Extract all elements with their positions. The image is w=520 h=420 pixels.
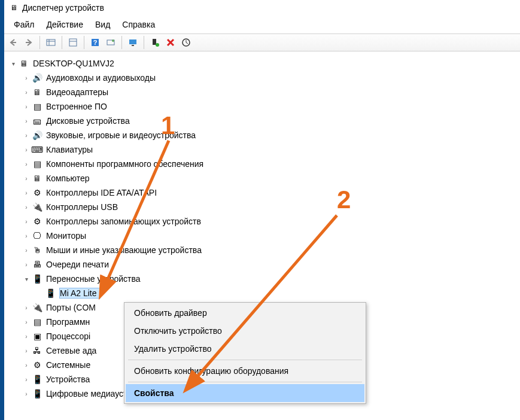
device-category-icon: 🔊 <box>32 130 42 141</box>
toolbar-back-button[interactable] <box>7 36 20 49</box>
tree-node-label: Дисковые устройства <box>46 116 133 126</box>
context-properties[interactable]: Свойства <box>126 384 364 402</box>
chevron-right-icon[interactable]: › <box>22 74 31 82</box>
portable-device-icon: 📱 <box>45 288 56 299</box>
chevron-right-icon[interactable]: › <box>22 361 31 369</box>
toolbar-scan-button[interactable] <box>104 36 117 49</box>
device-category-icon: ⚙ <box>32 360 42 370</box>
chevron-right-icon[interactable]: › <box>22 217 31 226</box>
device-category-icon: 🔊 <box>32 72 42 83</box>
device-category-icon: ⌨ <box>32 144 42 155</box>
device-category-icon: 📱 <box>32 273 42 284</box>
chevron-right-icon[interactable]: › <box>22 145 31 154</box>
annotation-number-1: 1 <box>161 111 175 140</box>
chevron-right-icon[interactable]: › <box>22 232 31 240</box>
svg-point-8 <box>112 39 114 42</box>
tree-node[interactable]: ›🔊Звуковые, игровые и видеоустройства <box>22 128 518 142</box>
svg-rect-0 <box>47 39 55 45</box>
context-menu: Обновить драйвер Отключить устройство Уд… <box>124 302 366 404</box>
chevron-right-icon[interactable]: › <box>22 318 31 326</box>
context-update-driver[interactable]: Обновить драйвер <box>126 304 364 322</box>
help-icon: ? <box>90 38 100 47</box>
toolbar-properties-button[interactable] <box>66 36 80 49</box>
annotation-number-2: 2 <box>337 185 351 214</box>
tree-node[interactable]: ›🖱Мыши и иные указывающие устройства <box>22 243 518 257</box>
toolbar-separator <box>84 36 84 49</box>
toolbar-forward-button[interactable] <box>22 36 35 49</box>
toolbar-uninstall-button[interactable] <box>164 36 177 49</box>
tree-node[interactable]: ›🖴Дисковые устройства <box>22 114 518 128</box>
toolbar-help-button[interactable]: ? <box>89 36 102 49</box>
toolbar-enable-button[interactable] <box>148 36 162 49</box>
context-separator <box>128 360 362 360</box>
context-uninstall-device[interactable]: Удалить устройство <box>126 340 364 358</box>
tree-node-label: Видеоадаптеры <box>46 87 112 97</box>
tree-node[interactable]: ›⌨Клавиатуры <box>22 142 518 157</box>
chevron-down-icon[interactable]: ▾ <box>22 275 31 283</box>
toolbar-separator <box>121 36 122 49</box>
arrow-left-icon <box>9 38 17 47</box>
svg-rect-3 <box>69 39 77 46</box>
chevron-right-icon[interactable]: › <box>22 88 31 96</box>
scan-hardware-icon <box>181 38 191 47</box>
context-scan-hardware[interactable]: Обновить конфигурацию оборудования <box>126 362 364 380</box>
chevron-right-icon[interactable]: › <box>22 131 31 139</box>
chevron-right-icon[interactable]: › <box>22 102 31 111</box>
toolbar-update-driver-button[interactable] <box>126 36 139 49</box>
context-disable-device[interactable]: Отключить устройство <box>126 322 364 340</box>
tree-node[interactable]: ›⚙Контроллеры запоминающих устройств <box>22 214 518 229</box>
toolbar-show-hidden-button[interactable] <box>44 36 57 49</box>
tree-node-child[interactable]: 📱Mi A2 Lite <box>35 286 518 300</box>
tree-node-label: Устройства <box>46 375 93 384</box>
selected-device-label: Mi A2 Lite <box>59 288 101 299</box>
chevron-right-icon[interactable]: › <box>22 160 31 168</box>
chevron-right-icon[interactable]: › <box>22 117 31 125</box>
tree-node[interactable]: ›▤Компоненты программного обеспечения <box>22 157 518 171</box>
device-category-icon: ▤ <box>32 101 42 112</box>
menu-help[interactable]: Справка <box>116 17 161 32</box>
chevron-down-icon[interactable]: ▾ <box>9 59 17 68</box>
tree-node[interactable]: ›🖵Мониторы <box>22 229 518 243</box>
properties-icon <box>68 38 78 47</box>
tree-node[interactable]: ›🖶Очереди печати <box>22 257 518 272</box>
svg-rect-10 <box>153 39 156 45</box>
tree-node[interactable]: ›🖥Видеоадаптеры <box>22 85 518 99</box>
chevron-right-icon[interactable]: › <box>22 188 31 197</box>
chevron-right-icon[interactable]: › <box>22 389 31 398</box>
chevron-right-icon[interactable]: › <box>22 260 31 269</box>
window-title: Диспетчер устройств <box>22 3 104 13</box>
tree-node-label: Системные <box>46 360 94 370</box>
tree-node-label: Контроллеры запоминающих устройств <box>46 217 205 226</box>
device-enable-icon <box>150 38 160 47</box>
device-category-icon: ▣ <box>32 331 42 342</box>
chevron-right-icon[interactable]: › <box>22 375 31 384</box>
tree-node[interactable]: ›▤Встроенное ПО <box>22 99 518 114</box>
tree-node[interactable]: ›⚙Контроллеры IDE ATA/ATAPI <box>22 185 518 200</box>
tree-node-label: Аудиовходы и аудиовыходы <box>46 73 159 83</box>
chevron-right-icon[interactable]: › <box>22 332 31 340</box>
tree-node-label: Сетевые ада <box>46 346 100 355</box>
menu-file[interactable]: Файл <box>8 17 40 32</box>
device-category-icon: 🖴 <box>32 115 42 126</box>
toolbar-scan-hardware-button[interactable] <box>180 36 193 49</box>
chevron-right-icon[interactable]: › <box>22 246 31 254</box>
tree-node-label: Клавиатуры <box>46 145 96 154</box>
tree-node[interactable]: ›🔊Аудиовходы и аудиовыходы <box>22 71 518 85</box>
device-category-icon: 🖥 <box>32 87 42 98</box>
menu-view[interactable]: Вид <box>89 17 116 32</box>
svg-point-11 <box>156 43 159 47</box>
tree-root-node[interactable]: ▾ 🖥 DESKTOP-QU1MVJ2 <box>9 56 518 71</box>
chevron-right-icon[interactable]: › <box>22 203 31 211</box>
chevron-right-icon[interactable]: › <box>22 174 31 182</box>
tree-node-label: Программн <box>46 317 93 327</box>
chevron-right-icon[interactable]: › <box>22 346 31 355</box>
tree-node[interactable]: ›🖥Компьютер <box>22 171 518 185</box>
toolbar: ? <box>4 34 520 51</box>
chevron-right-icon[interactable]: › <box>22 303 31 312</box>
device-category-icon: 📱 <box>32 388 42 399</box>
computer-icon: 🖥 <box>19 58 29 69</box>
tree-node[interactable]: ›🔌Контроллеры USB <box>22 200 518 214</box>
tree-node[interactable]: ▾📱Переносные устройства <box>22 272 518 286</box>
menu-action[interactable]: Действие <box>40 17 89 32</box>
device-category-icon: ⚙ <box>32 216 42 227</box>
